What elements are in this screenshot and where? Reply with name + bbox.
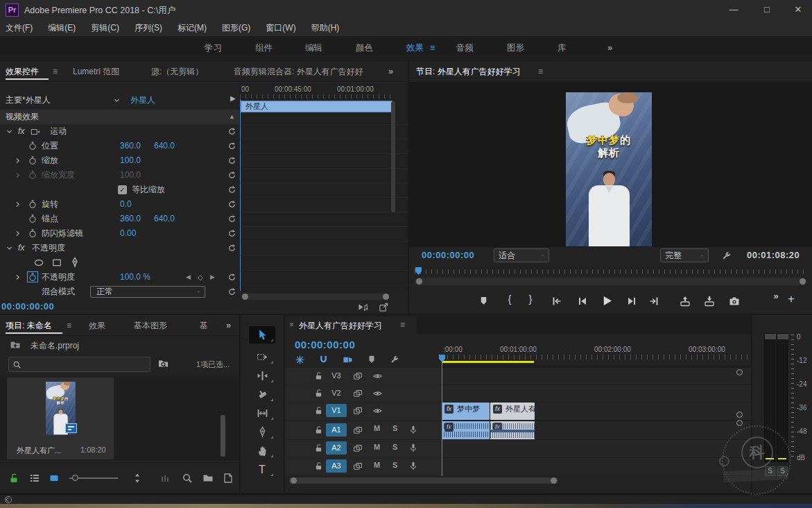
track-content-a1[interactable]: fx fx xyxy=(442,421,751,439)
tab-effect-controls[interactable]: 效果控件 xyxy=(6,61,49,82)
snap-magnet-icon[interactable] xyxy=(318,355,329,365)
sync-lock-icon[interactable] xyxy=(353,371,363,381)
stopwatch-icon-active[interactable] xyxy=(28,272,37,282)
track-badge-a3[interactable]: A3 xyxy=(326,459,347,473)
reset-icon[interactable] xyxy=(227,171,236,180)
menu-file[interactable]: 文件(F) xyxy=(6,22,33,34)
effect-row-opacity-group[interactable]: fx 不透明度 xyxy=(0,241,239,255)
master-clip-label[interactable]: 主要*外星人 xyxy=(6,94,51,106)
twirl-closed-icon[interactable] xyxy=(14,273,21,281)
ruler-ticks[interactable] xyxy=(240,94,392,99)
effect-controls-timecode[interactable]: 00:00:00:00 xyxy=(1,301,54,312)
extract-icon[interactable] xyxy=(704,296,715,307)
sync-lock-icon[interactable] xyxy=(353,406,363,416)
lock-icon[interactable] xyxy=(314,371,323,380)
effect-row-motion[interactable]: fx 运动 xyxy=(0,124,239,139)
uniform-scale-checkbox[interactable]: ✓ xyxy=(118,185,127,194)
lock-icon[interactable] xyxy=(314,462,323,471)
maximize-button[interactable]: □ xyxy=(753,0,781,19)
position-x-value[interactable]: 360.0 xyxy=(120,139,141,153)
ripple-edit-tool[interactable] xyxy=(249,367,275,384)
effect-row-anchor[interactable]: 锚点 360.0 640.0 xyxy=(0,212,239,226)
timeline-ruler[interactable]: :00:00 00:01:00:00 00:02:00:00 00:03:00:… xyxy=(442,346,751,365)
play-audio-only-icon[interactable] xyxy=(358,302,368,312)
solo-left-button[interactable]: S xyxy=(765,466,775,476)
twirl-open-icon[interactable] xyxy=(6,128,13,135)
eye-toggle-icon[interactable] xyxy=(372,371,383,381)
list-view-icon[interactable] xyxy=(29,473,40,484)
mark-out-icon[interactable]: } xyxy=(521,290,539,308)
sync-lock-icon[interactable] xyxy=(353,389,363,398)
opacity-value[interactable]: 100.0 % xyxy=(120,270,150,285)
clip-name-label[interactable]: 外星人 xyxy=(130,94,155,106)
sort-icons-icon[interactable] xyxy=(132,473,143,484)
scrollbar-handle[interactable] xyxy=(291,477,297,484)
menu-marker[interactable]: 标记(M) xyxy=(178,22,207,34)
video-clip[interactable]: fx 外星人有 xyxy=(490,403,535,420)
vertical-scrollbar[interactable] xyxy=(391,101,395,212)
workspace-tab-editing[interactable]: 编辑 xyxy=(298,36,329,60)
reset-icon[interactable] xyxy=(227,127,236,136)
zoom-slider-handle[interactable] xyxy=(72,475,78,481)
menu-graphics[interactable]: 图形(G) xyxy=(222,22,250,34)
add-marker-icon[interactable] xyxy=(478,296,489,306)
stopwatch-icon[interactable] xyxy=(28,141,37,151)
tab-effects[interactable]: 效果 xyxy=(89,315,105,336)
reset-icon[interactable] xyxy=(227,214,236,223)
twirl-closed-icon[interactable] xyxy=(14,230,21,237)
video-effects-section-header[interactable]: 视频效果 ▲ xyxy=(0,110,239,124)
audio-clip[interactable]: fx xyxy=(490,421,535,439)
tab-lumetri-scopes[interactable]: Lumetri 范围 xyxy=(73,61,119,82)
scrollbar-handle[interactable] xyxy=(551,477,557,484)
razor-tool[interactable] xyxy=(249,386,275,403)
tab-truncated[interactable]: 基 xyxy=(200,315,208,336)
vertical-scrollbar[interactable] xyxy=(221,415,225,457)
chevron-down-icon[interactable] xyxy=(113,96,121,104)
menu-sequence[interactable]: 序列(S) xyxy=(135,22,162,34)
timeline-horizontal-scrollbar[interactable] xyxy=(289,477,558,484)
effect-row-scale[interactable]: 缩放 100.0 xyxy=(0,153,239,168)
collapse-icon[interactable]: ▲ xyxy=(229,110,235,124)
stopwatch-icon[interactable] xyxy=(28,155,37,165)
scrollbar-handle[interactable] xyxy=(800,278,806,285)
track-height-handle[interactable] xyxy=(736,412,743,418)
rotation-value[interactable]: 0.0 xyxy=(120,197,132,212)
lock-icon[interactable] xyxy=(314,425,323,434)
go-to-out-icon[interactable] xyxy=(648,296,659,307)
effect-row-antiflicker[interactable]: 防闪烁滤镜 0.00 xyxy=(0,226,239,241)
scrollbar-handle[interactable] xyxy=(383,294,389,300)
workspace-tab-graphics[interactable]: 图形 xyxy=(500,36,531,60)
workspace-menu-icon[interactable]: ≡ xyxy=(430,36,435,60)
tab-project[interactable]: 项目: 未命名 xyxy=(6,315,62,336)
mute-button[interactable]: M xyxy=(374,461,380,469)
stopwatch-icon[interactable] xyxy=(28,199,37,209)
keyframe-add-icon[interactable]: ◇ xyxy=(198,270,203,285)
new-bin-folder-icon[interactable] xyxy=(202,473,214,484)
track-badge-a2[interactable]: A2 xyxy=(326,441,347,455)
close-tab-icon[interactable]: × xyxy=(289,320,294,330)
selection-tool[interactable] xyxy=(249,326,275,344)
audio-clip-selected[interactable]: fx xyxy=(442,421,490,439)
track-content-v1[interactable]: fx 梦中梦 fx 外星人有 xyxy=(442,403,751,420)
panel-menu-icon[interactable]: ≡ xyxy=(538,61,543,82)
twirl-closed-icon[interactable] xyxy=(14,157,21,164)
timeline-timecode[interactable]: 00:00:00:00 xyxy=(295,339,355,350)
program-scrollbar[interactable] xyxy=(415,278,807,285)
solo-button[interactable]: S xyxy=(392,424,397,432)
tab-source-monitor[interactable]: 源:（无剪辑） xyxy=(151,61,203,82)
lock-icon[interactable] xyxy=(314,443,323,452)
menu-help[interactable]: 帮助(H) xyxy=(311,22,340,34)
sequence-tab-label[interactable]: 外星人有广告好好学习 xyxy=(299,320,382,332)
solo-right-button[interactable]: S xyxy=(777,466,788,476)
search-bin-icon[interactable] xyxy=(157,358,169,369)
program-video-frame[interactable]: 梦中梦的 解析 xyxy=(566,92,652,246)
creative-cloud-icon[interactable] xyxy=(4,496,12,504)
mute-button[interactable]: M xyxy=(374,443,380,451)
rect-mask-icon[interactable] xyxy=(51,257,62,268)
reset-icon[interactable] xyxy=(227,229,236,238)
reset-icon[interactable] xyxy=(227,185,236,194)
horizontal-scrollbar[interactable] xyxy=(241,294,390,300)
mic-voiceover-icon[interactable] xyxy=(408,461,418,471)
close-button[interactable]: ✕ xyxy=(784,0,812,19)
effect-row-opacity[interactable]: 不透明度 100.0 % ◀ ◇ ▶ xyxy=(0,270,239,285)
